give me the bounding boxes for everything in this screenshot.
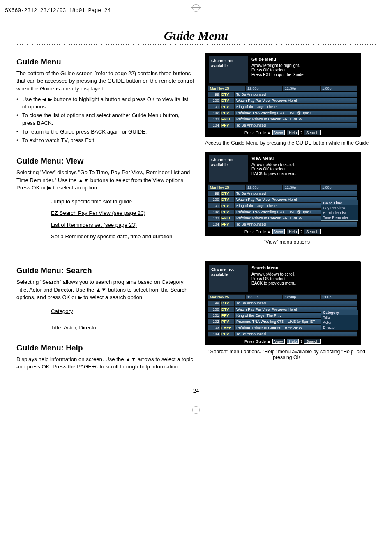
tv-menu-title: Guide Menu: [251, 57, 357, 62]
heading-search: Guide Menu: Search: [16, 265, 194, 276]
heading-guide-menu: Guide Menu: [16, 57, 194, 67]
figure-view-menu: Channel not available View Menu Arrow up…: [205, 152, 361, 236]
bullet: To close the list of options and select …: [16, 112, 194, 127]
page-title: Guide Menu: [16, 29, 376, 43]
guide-menu-bullets: Use the ◀ ▶ buttons to highlight a butto…: [16, 96, 194, 144]
tv-instr: Press OK to select.: [251, 276, 357, 281]
tv-instr: Arrow up/down to scroll.: [251, 272, 357, 276]
caption-fig3: "Search" menu options. "Help" menu avail…: [205, 349, 369, 360]
para-view: Selecting "View" displays "Go To Time, P…: [16, 169, 194, 191]
tv-instr: BACK to previous menu.: [251, 171, 357, 176]
search-popup: Category Title Actor Director: [321, 310, 358, 330]
registration-mark-bottom: [16, 406, 376, 415]
divider-dots: [16, 44, 376, 46]
bullet: Use the ◀ ▶ buttons to highlight a butto…: [16, 96, 194, 111]
tv-instr: Press OK to select.: [251, 167, 357, 171]
link-category: Category: [51, 308, 194, 315]
figure-guide-menu: Channel not available Guide Menu Arrow l…: [205, 53, 361, 137]
tv-grid: 99DTVTo Be Announced 100DTVWatch Pay Per…: [208, 92, 357, 128]
tv-instr: Arrow up/down to scroll.: [251, 162, 357, 167]
para-search: Selecting "Search" allows you to search …: [16, 279, 194, 301]
tv-footer: Press Guide ▲ View Help ? Search: [208, 130, 357, 135]
tv-preview-box: Channel not available: [209, 265, 248, 292]
link-jump-time: Jump to specific time slot in guide: [51, 198, 194, 205]
caption-fig2: "View" menu options: [205, 239, 369, 245]
tv-instr: BACK to previous menu.: [251, 281, 357, 286]
tv-instr: Arrow left/right to highlight.: [251, 63, 357, 68]
bullet: To return to the Guide press BACK again …: [16, 128, 194, 136]
link-reminder-list: List of Reminders set (see page 23): [51, 221, 194, 229]
page-number: 24: [16, 388, 376, 394]
tv-preview-box: Channel not available: [209, 56, 248, 83]
heading-view: Guide Menu: View: [16, 156, 194, 166]
caption-fig1: Access the Guide Menu by pressing the GU…: [205, 140, 369, 146]
view-popup: Go to Time Pay Per View Reminder List Ti…: [321, 200, 358, 221]
heading-help: Guide Menu: Help: [16, 343, 194, 353]
tv-instr: Press OK to select.: [251, 68, 357, 72]
tv-menu-title: Search Menu: [251, 265, 357, 270]
print-slug: SX660-2312 23/12/03 18:01 Page 24: [5, 7, 111, 14]
link-title-actor-director: Title, Actor, Director: [51, 324, 194, 332]
view-links: Jump to specific time slot in guide EZ S…: [51, 198, 194, 240]
tv-instr: Press EXIT to quit the Guide.: [251, 72, 357, 77]
figure-search-menu: Channel not available Search Menu Arrow …: [205, 261, 361, 345]
tv-menu-title: View Menu: [251, 156, 357, 161]
tv-preview-box: Channel not available: [209, 155, 248, 182]
bullet: To exit to watch TV, press Exit.: [16, 137, 194, 144]
search-links: Category Title, Actor, Director: [51, 308, 194, 332]
link-set-reminder: Set a Reminder by specific date, time an…: [51, 233, 194, 240]
tv-timebar: Mar Nov 25 12:00p 12:30p 1:00p: [208, 85, 357, 91]
link-ez-search: EZ Search Pay Per View (see page 20): [51, 210, 194, 217]
para-help: Displays help information on screen. Use…: [16, 356, 194, 371]
para-guide-menu: The bottom of the Guide screen (refer to…: [16, 70, 194, 92]
